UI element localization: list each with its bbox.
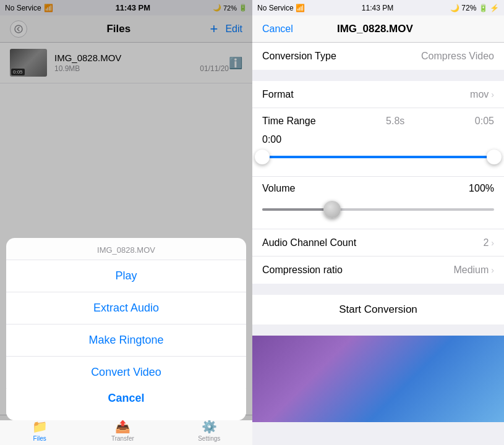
conversion-type-label: Conversion Type <box>262 51 336 62</box>
time-range-thumb-left[interactable] <box>255 150 270 164</box>
start-conversion-button[interactable]: Start Conversion <box>252 295 504 324</box>
time-range-start: 0:00 <box>262 134 281 145</box>
tab-files[interactable]: 📁 Files <box>32 419 48 442</box>
extract-audio-button[interactable]: Extract Audio <box>6 292 246 324</box>
settings-tab-icon: ⚙️ <box>202 419 217 434</box>
conversion-type-group: Conversion Type Compress Video <box>252 43 504 70</box>
right-panel: No Service 📶 11:43 PM 🌙 72% 🔋 ⚡ Cancel I… <box>252 0 504 445</box>
settings-content: Conversion Type Compress Video Format mo… <box>252 43 504 445</box>
time-range-track <box>262 156 494 158</box>
action-sheet-cancel-container: Cancel <box>6 382 246 415</box>
make-ringtone-button[interactable]: Make Ringtone <box>6 324 246 357</box>
compression-label: Compression ratio <box>262 265 343 276</box>
volume-thumb[interactable] <box>323 201 341 218</box>
time-right: 11:43 PM <box>362 4 393 12</box>
time-range-mid: 5.8s <box>386 116 404 127</box>
volume-section: Volume 100% <box>252 177 504 229</box>
volume-header: Volume 100% <box>262 183 494 194</box>
audio-channel-row[interactable]: Audio Channel Count 2 › <box>252 229 504 256</box>
audio-channel-chevron-icon: › <box>491 238 494 248</box>
right-status-bar: No Service 📶 11:43 PM 🌙 72% 🔋 ⚡ <box>252 0 504 15</box>
format-group: Format mov › Time Range 5.8s 0:05 0:00 <box>252 81 504 284</box>
spacer-3 <box>252 324 504 336</box>
time-range-values: 0:00 <box>262 134 494 145</box>
format-chevron-icon: › <box>491 90 494 100</box>
cancel-action-sheet-button[interactable]: Cancel <box>6 382 246 415</box>
moon-icon-right: 🌙 <box>450 4 459 12</box>
volume-label: Volume <box>262 183 295 194</box>
volume-slider[interactable] <box>262 200 494 219</box>
battery-text-right: 72% <box>461 4 476 12</box>
audio-channel-value-container: 2 › <box>483 237 494 248</box>
format-label: Format <box>262 89 294 100</box>
audio-channel-value: 2 <box>483 237 489 248</box>
right-status-left: No Service 📶 <box>257 4 305 12</box>
charging-icon-right: ⚡ <box>490 4 499 12</box>
time-range-label: Time Range <box>262 116 316 127</box>
preview-image <box>252 336 504 422</box>
conversion-type-value: Compress Video <box>421 51 494 62</box>
files-tab-icon: 📁 <box>32 419 48 434</box>
files-tab-label: Files <box>33 435 46 442</box>
time-range-slider[interactable] <box>262 148 494 166</box>
conversion-type-row: Conversion Type Compress Video <box>252 43 504 70</box>
battery-icon-right: 🔋 <box>479 4 488 12</box>
start-conversion-section: Start Conversion <box>252 295 504 324</box>
tab-settings[interactable]: ⚙️ Settings <box>198 419 220 442</box>
format-row[interactable]: Format mov › <box>252 81 504 108</box>
preview-section <box>252 336 504 422</box>
transfer-tab-label: Transfer <box>111 435 134 442</box>
time-range-end: 0:05 <box>475 116 494 127</box>
right-nav-bar: Cancel IMG_0828.MOV <box>252 15 504 43</box>
play-button[interactable]: Play <box>6 260 246 292</box>
format-value: mov <box>470 89 489 100</box>
wifi-icon-right: 📶 <box>296 4 305 12</box>
right-nav-title: IMG_0828.MOV <box>337 23 413 35</box>
volume-track-fill <box>262 208 332 211</box>
time-range-header: Time Range 5.8s 0:05 <box>262 116 494 127</box>
settings-tab-label: Settings <box>198 435 220 442</box>
time-range-section: Time Range 5.8s 0:05 0:00 <box>252 108 504 177</box>
no-service-text-right: No Service <box>257 4 294 12</box>
spacer-2 <box>252 284 504 295</box>
spacer-1 <box>252 70 504 81</box>
volume-value: 100% <box>469 183 494 194</box>
left-panel: No Service 📶 11:43 PM 🌙 72% 🔋 Files + Ed… <box>0 0 252 445</box>
tab-transfer[interactable]: 📤 Transfer <box>111 419 134 442</box>
compression-chevron-icon: › <box>491 265 494 275</box>
compression-value: Medium <box>453 265 489 276</box>
audio-channel-label: Audio Channel Count <box>262 237 356 248</box>
cancel-button-right[interactable]: Cancel <box>262 23 293 35</box>
right-status-right: 🌙 72% 🔋 ⚡ <box>450 4 499 12</box>
time-range-thumb-right[interactable] <box>487 150 502 164</box>
action-sheet-title: IMG_0828.MOV <box>6 238 246 260</box>
compression-row[interactable]: Compression ratio Medium › <box>252 256 504 284</box>
compression-value-container: Medium › <box>453 265 494 276</box>
transfer-tab-icon: 📤 <box>115 419 130 434</box>
format-value-container: mov › <box>470 89 494 100</box>
